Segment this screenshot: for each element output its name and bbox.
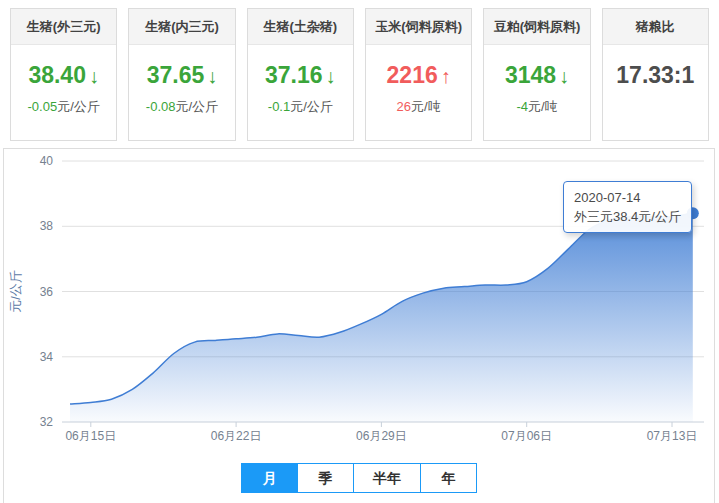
card-title: 生猪(外三元) bbox=[11, 9, 116, 45]
svg-text:38: 38 bbox=[40, 219, 54, 233]
tab-quarter[interactable]: 季 bbox=[297, 464, 353, 492]
card-corn: 玉米(饲料原料) 2216↑ 26元/吨 bbox=[365, 8, 472, 141]
chart-tooltip: 2020-07-14 外三元38.4元/公斤 bbox=[563, 181, 692, 233]
card-change: -4元/吨 bbox=[484, 98, 589, 116]
svg-text:32: 32 bbox=[40, 415, 54, 429]
card-title: 生猪(内三元) bbox=[129, 9, 234, 45]
svg-text:40: 40 bbox=[40, 154, 54, 168]
card-value: 3148↓ bbox=[484, 62, 589, 89]
svg-text:06月22日: 06月22日 bbox=[211, 429, 262, 443]
price-card-row: 生猪(外三元) 38.40↓ -0.05元/公斤 生猪(内三元) 37.65↓ … bbox=[10, 8, 709, 141]
card-title: 猪粮比 bbox=[603, 9, 708, 45]
card-value: 38.40↓ bbox=[11, 62, 116, 89]
svg-text:元/公斤: 元/公斤 bbox=[8, 270, 23, 313]
svg-text:36: 36 bbox=[40, 285, 54, 299]
card-soybean-meal: 豆粕(饲料原料) 3148↓ -4元/吨 bbox=[483, 8, 590, 141]
card-change: -0.08元/公斤 bbox=[129, 98, 234, 116]
card-change: -0.1元/公斤 bbox=[248, 98, 353, 116]
tooltip-value: 外三元38.4元/公斤 bbox=[574, 207, 681, 226]
svg-text:06月15日: 06月15日 bbox=[65, 429, 116, 443]
svg-text:07月13日: 07月13日 bbox=[647, 429, 698, 443]
price-trend-chart-panel: 323436384006月15日06月22日06月29日07月06日07月13日… bbox=[3, 148, 715, 503]
period-tab-bar: 月 季 半年 年 bbox=[241, 463, 477, 493]
down-arrow-icon: ↓ bbox=[89, 65, 99, 87]
svg-text:06月29日: 06月29日 bbox=[356, 429, 407, 443]
up-arrow-icon: ↑ bbox=[441, 65, 451, 87]
card-pig-wai-san-yuan: 生猪(外三元) 38.40↓ -0.05元/公斤 bbox=[10, 8, 117, 141]
card-pig-tu-za: 生猪(土杂猪) 37.16↓ -0.1元/公斤 bbox=[247, 8, 354, 141]
down-arrow-icon: ↓ bbox=[326, 65, 336, 87]
card-pig-nei-san-yuan: 生猪(内三元) 37.65↓ -0.08元/公斤 bbox=[128, 8, 235, 141]
card-pig-grain-ratio: 猪粮比 17.33:1 bbox=[602, 8, 709, 141]
down-arrow-icon: ↓ bbox=[559, 65, 569, 87]
card-value: 37.16↓ bbox=[248, 62, 353, 89]
card-value: 37.65↓ bbox=[129, 62, 234, 89]
svg-text:07月06日: 07月06日 bbox=[501, 429, 552, 443]
card-value: 17.33:1 bbox=[603, 62, 708, 89]
card-change: 26元/吨 bbox=[366, 98, 471, 116]
card-value: 2216↑ bbox=[366, 62, 471, 89]
card-title: 玉米(饲料原料) bbox=[366, 9, 471, 45]
tab-month[interactable]: 月 bbox=[242, 464, 297, 492]
tooltip-date: 2020-07-14 bbox=[574, 188, 681, 207]
tab-half-year[interactable]: 半年 bbox=[353, 464, 420, 492]
tab-year[interactable]: 年 bbox=[420, 464, 476, 492]
down-arrow-icon: ↓ bbox=[207, 65, 217, 87]
svg-text:34: 34 bbox=[40, 350, 54, 364]
card-title: 生猪(土杂猪) bbox=[248, 9, 353, 45]
card-change: -0.05元/公斤 bbox=[11, 98, 116, 116]
card-title: 豆粕(饲料原料) bbox=[484, 9, 589, 45]
